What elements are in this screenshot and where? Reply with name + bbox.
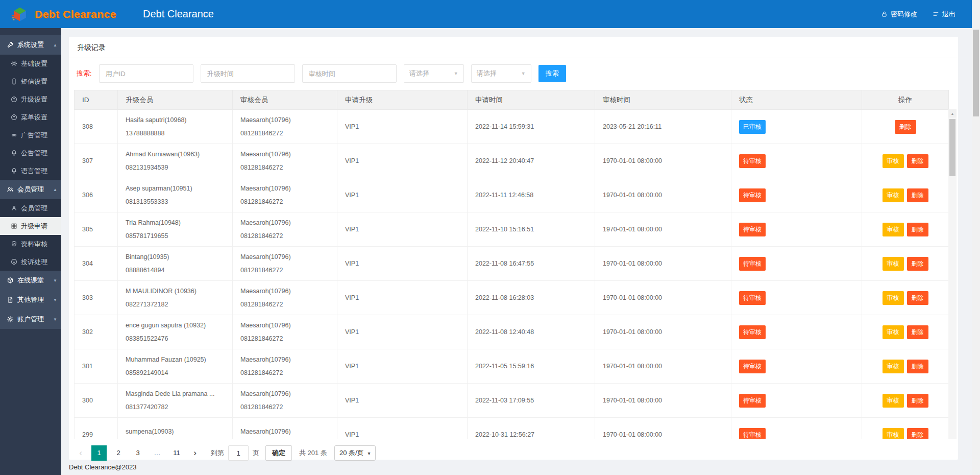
table-scrollbar[interactable]: ▲ [948, 109, 957, 439]
member-name: sumpena(10903) [126, 428, 232, 435]
sidebar-item-ad-management[interactable]: 广告管理 [0, 126, 61, 144]
next-page-button[interactable]: › [188, 445, 202, 461]
records-table-wrap: ID 升级会员 审核会员 申请升级 申请时间 审核时间 状态 操作 308Has… [74, 90, 957, 439]
cell-id: 307 [75, 144, 118, 178]
sidebar-item-upgrade-settings[interactable]: 升级设置 [0, 90, 61, 108]
upgrade-records-panel: 升级记录 搜索: 请选择 ▼ 请选择 ▼ 搜索 [69, 37, 958, 460]
table-row: 302ence gugun saputra (10932)08385152247… [75, 315, 949, 349]
member-phone: 082271372182 [126, 301, 232, 308]
auditor-name: Maesaroh(10796) [240, 356, 337, 363]
delete-button[interactable]: 删除 [895, 120, 916, 134]
review-button[interactable]: 审核 [883, 428, 904, 439]
delete-button[interactable]: 删除 [907, 325, 928, 339]
upgrade-time-input[interactable] [201, 64, 295, 83]
delete-button[interactable]: 删除 [907, 223, 928, 236]
review-button[interactable]: 审核 [883, 291, 904, 305]
sidebar-section-member-management[interactable]: 会员管理▲ [0, 180, 61, 199]
col-header-actions: 操作 [862, 90, 949, 110]
delete-button[interactable]: 删除 [907, 360, 928, 373]
page-2[interactable]: 2 [111, 445, 126, 461]
phone-icon [11, 78, 17, 85]
cell-apply-time: 2022-11-08 16:47:55 [468, 247, 595, 281]
goto-page-input[interactable] [228, 445, 249, 461]
delete-button[interactable]: 删除 [907, 188, 928, 202]
cell-upgrade-member: Ahmad Kurniawan(10963)082131934539 [118, 144, 233, 178]
user-id-input[interactable] [99, 64, 193, 83]
auditor-name: Maesaroh(10796) [240, 151, 337, 158]
sidebar-item-profile-audit[interactable]: 资料审核 [0, 235, 61, 253]
cell-apply-time: 2022-11-12 20:40:47 [468, 144, 595, 178]
delete-button[interactable]: 删除 [907, 291, 928, 305]
change-password-button[interactable]: 密码修改 [881, 10, 917, 19]
footer-copyright: Debt Clearance@2023 [69, 463, 136, 471]
review-button[interactable]: 审核 [883, 223, 904, 236]
review-button[interactable]: 审核 [883, 188, 904, 202]
col-header-upgrade-member: 升级会员 [118, 90, 233, 110]
page-scrollbar-thumb[interactable] [973, 30, 979, 116]
sidebar-item-basic-settings[interactable]: 基础设置 [0, 55, 61, 73]
status-badge: 待审核 [739, 257, 766, 271]
status-badge: 待审核 [739, 360, 766, 373]
delete-button[interactable]: 删除 [907, 154, 928, 168]
sidebar-item-member-list[interactable]: 会员管理 [0, 199, 61, 217]
up-circle-icon [11, 96, 17, 103]
sidebar-section-other-management[interactable]: 其他管理▼ [0, 290, 61, 310]
filter-select-2[interactable]: 请选择 ▼ [471, 64, 531, 83]
scroll-up-icon[interactable]: ▲ [948, 109, 957, 117]
table-scrollbar-thumb[interactable] [949, 119, 955, 176]
cell-status: 待审核 [731, 281, 862, 315]
review-button[interactable]: 审核 [883, 360, 904, 373]
sidebar-label: 账户管理 [17, 315, 44, 324]
page-1[interactable]: 1 [91, 445, 107, 461]
review-button[interactable]: 审核 [883, 154, 904, 168]
auditor-name: Maesaroh(10796) [240, 428, 337, 435]
sidebar-item-menu-settings[interactable]: 菜单设置 [0, 108, 61, 126]
sidebar-item-language-management[interactable]: 语言管理 [0, 162, 61, 180]
review-button[interactable]: 审核 [883, 257, 904, 271]
filter-select-1[interactable]: 请选择 ▼ [404, 64, 464, 83]
member-name: ence gugun saputra (10932) [126, 322, 232, 329]
cell-status: 待审核 [731, 178, 862, 212]
file-icon [7, 296, 14, 303]
status-badge: 已审核 [739, 120, 766, 134]
review-button[interactable]: 审核 [883, 394, 904, 408]
logout-button[interactable]: 退出 [933, 10, 955, 19]
chevron-down-icon: ▼ [53, 317, 57, 322]
status-badge: 待审核 [739, 394, 766, 408]
delete-button[interactable]: 删除 [907, 394, 928, 408]
cell-status: 待审核 [731, 212, 862, 247]
sidebar-item-announcement-management[interactable]: 公告管理 [0, 144, 61, 162]
cell-apply-time: 2022-11-11 12:46:58 [468, 178, 595, 212]
sidebar-item-upgrade-apply[interactable]: 升级申请 [0, 217, 61, 235]
sidebar-section-system-settings[interactable]: 系统设置▲ [0, 35, 61, 55]
delete-button[interactable]: 删除 [907, 428, 928, 439]
frown-icon [11, 258, 17, 265]
audit-time-input[interactable] [302, 64, 397, 83]
cell-apply-level: VIP1 [337, 212, 468, 247]
confirm-button[interactable]: 确定 [265, 445, 292, 461]
cell-upgrade-member: ence gugun saputra (10932)083851522476 [118, 315, 233, 349]
delete-button[interactable]: 删除 [907, 257, 928, 271]
page-scrollbar[interactable] [972, 0, 980, 475]
auditor-phone: 081281846272 [240, 403, 337, 411]
prev-page-button[interactable]: ‹ [74, 445, 87, 461]
sidebar-section-online-classroom[interactable]: 在线课堂▼ [0, 271, 61, 290]
cell-upgrade-member: Muhammad Fauzan (10925)085892149014 [118, 349, 233, 384]
search-button[interactable]: 搜索 [538, 65, 566, 82]
sidebar-section-account-management[interactable]: 账户管理▼ [0, 310, 61, 329]
user-icon [11, 205, 17, 211]
total-count: 共 201 条 [299, 448, 327, 458]
cell-actions: 审核删除 [862, 247, 949, 281]
member-phone: 08888614894 [126, 267, 232, 274]
chevron-up-icon: ▲ [53, 43, 57, 48]
review-button[interactable]: 审核 [883, 325, 904, 339]
page-3[interactable]: 3 [130, 445, 145, 461]
sidebar-item-complaint-handling[interactable]: 投诉处理 [0, 253, 61, 271]
sidebar-item-sms-settings[interactable]: 短信设置 [0, 73, 61, 90]
page-size-select[interactable]: 20 条/页 ▾ [334, 445, 376, 461]
status-badge: 待审核 [739, 325, 766, 339]
cell-status: 待审核 [731, 384, 862, 418]
page-11[interactable]: 11 [169, 445, 184, 461]
sidebar: 系统设置▲基础设置短信设置升级设置菜单设置广告管理公告管理语言管理会员管理▲会员… [0, 28, 61, 475]
cell-status: 待审核 [731, 418, 862, 439]
